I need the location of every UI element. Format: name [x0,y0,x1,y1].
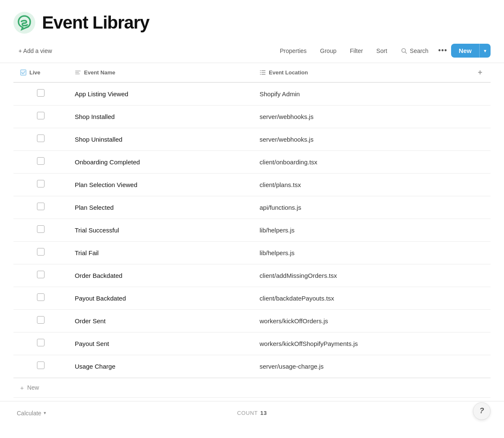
properties-label: Properties [280,47,307,54]
chevron-down-icon: ▾ [44,410,46,416]
page-header: Event Library [0,0,504,40]
cell-add-9 [470,287,491,309]
svg-rect-8 [262,70,266,71]
cell-live-4 [13,173,68,196]
live-checkbox-3[interactable] [37,157,45,165]
live-checkbox-9[interactable] [37,293,45,301]
cell-event-name-2: Shop Uninstalled [68,128,253,150]
svg-rect-7 [260,70,261,71]
filter-button[interactable]: Filter [344,45,369,57]
cell-add-3 [470,150,491,173]
table-row: Trial Successful lib/helpers.js [13,219,491,241]
live-checkbox-6[interactable] [37,225,45,233]
table-row: Order Backdated client/addMissingOrders.… [13,264,491,287]
add-col-icon[interactable]: + [478,68,483,77]
col-event-name-label: Event Name [84,69,115,76]
table-row: Payout Backdated client/backdatePayouts.… [13,287,491,309]
chevron-down-icon: ▾ [484,48,486,54]
svg-line-2 [405,52,407,53]
table-row: Plan Selected api/functions.js [13,196,491,219]
live-checkbox-5[interactable] [37,203,45,210]
app-logo [13,12,35,34]
help-button[interactable]: ? [473,402,491,420]
cell-live-11 [13,332,68,355]
col-header-event-location: Event Location [253,63,470,82]
svg-rect-4 [75,71,81,71]
add-new-row[interactable]: + New [13,378,491,398]
new-button-group: New ▾ [451,44,491,58]
event-table: Live Event Name [13,63,491,378]
svg-rect-6 [75,74,80,74]
cell-add-7 [470,241,491,264]
svg-rect-11 [260,74,261,75]
count-label-text: COUNT [237,410,257,416]
calculate-label: Calculate [17,410,41,417]
cell-event-location-9: client/backdatePayouts.tsx [253,287,470,309]
live-checkbox-1[interactable] [37,112,45,119]
cell-add-0 [470,82,491,105]
cell-event-location-6: lib/helpers.js [253,219,470,241]
table-header-row: Live Event Name [13,63,491,82]
more-icon: ••• [438,46,447,55]
cell-event-name-0: App Listing Viewed [68,82,253,105]
cell-add-11 [470,332,491,355]
group-label: Group [320,47,336,54]
col-header-add[interactable]: + [470,63,491,82]
cell-add-1 [470,105,491,128]
cell-event-name-11: Payout Sent [68,332,253,355]
live-checkbox-8[interactable] [37,271,45,278]
cell-event-name-7: Trial Fail [68,241,253,264]
cell-event-location-12: server/usage-charge.js [253,355,470,377]
cell-event-name-3: Onboarding Completed [68,150,253,173]
live-checkbox-10[interactable] [37,316,45,324]
add-new-label: New [27,384,39,391]
search-button[interactable]: Search [395,45,434,57]
live-checkbox-11[interactable] [37,339,45,346]
cell-add-10 [470,309,491,332]
toolbar: + Add a view Properties Group Filter Sor… [0,40,504,63]
search-label: Search [410,47,428,54]
cell-event-location-3: client/onboarding.tsx [253,150,470,173]
sort-button[interactable]: Sort [370,45,393,57]
cell-add-4 [470,173,491,196]
col-header-live: Live [13,63,68,82]
page-title: Event Library [42,13,149,33]
new-button-dropdown[interactable]: ▾ [479,44,491,58]
cell-event-name-9: Payout Backdated [68,287,253,309]
new-button[interactable]: New [451,44,479,58]
help-icon: ? [480,406,484,415]
more-options-button[interactable]: ••• [436,44,449,58]
table-row: App Listing Viewed Shopify Admin [13,82,491,105]
search-icon [401,47,407,54]
list-col-icon [260,69,266,76]
calculate-button[interactable]: Calculate ▾ [13,408,50,418]
svg-rect-10 [262,72,266,73]
cell-event-location-0: Shopify Admin [253,82,470,105]
cell-event-name-5: Plan Selected [68,196,253,219]
event-table-container: Live Event Name [0,63,504,398]
add-view-button[interactable]: + Add a view [13,45,57,57]
cell-event-location-8: client/addMissingOrders.tsx [253,264,470,287]
count-value: 13 [260,410,267,416]
live-checkbox-12[interactable] [37,361,45,369]
table-row: Usage Charge server/usage-charge.js [13,355,491,377]
cell-event-name-12: Usage Charge [68,355,253,377]
cell-event-name-6: Trial Successful [68,219,253,241]
svg-rect-5 [75,72,79,73]
live-checkbox-7[interactable] [37,248,45,256]
filter-label: Filter [350,47,363,54]
properties-button[interactable]: Properties [274,45,312,57]
table-row: Payout Sent workers/kickOffShopifyPaymen… [13,332,491,355]
cell-live-8 [13,264,68,287]
live-checkbox-0[interactable] [37,89,45,97]
svg-rect-12 [262,74,266,75]
live-checkbox-4[interactable] [37,180,45,187]
col-event-location-label: Event Location [269,69,308,76]
cell-event-location-5: api/functions.js [253,196,470,219]
live-checkbox-2[interactable] [37,135,45,142]
cell-add-5 [470,196,491,219]
cell-live-1 [13,105,68,128]
add-view-label: + Add a view [18,47,52,54]
group-button[interactable]: Group [314,45,342,57]
cell-event-name-4: Plan Selection Viewed [68,173,253,196]
